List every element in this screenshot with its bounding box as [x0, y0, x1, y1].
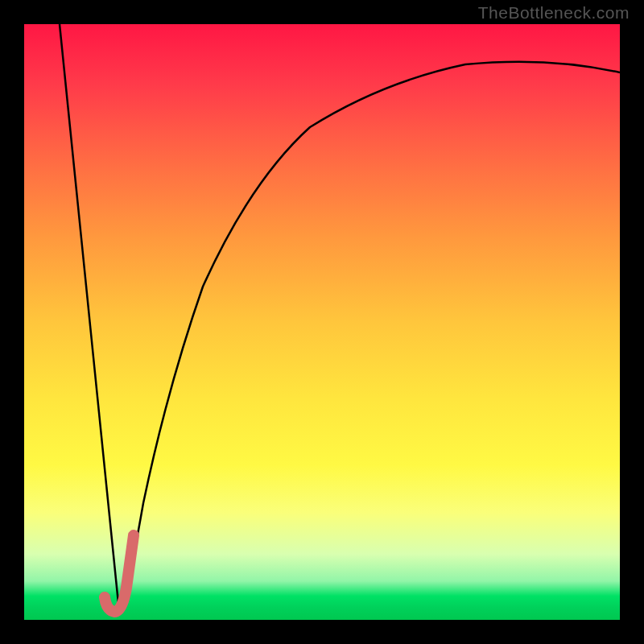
- curve-right-curve: [119, 62, 620, 611]
- chart-svg: [24, 24, 620, 620]
- chart-plot-area: [24, 24, 620, 620]
- watermark-text: TheBottleneck.com: [478, 3, 630, 23]
- j-marker: [105, 535, 134, 612]
- curve-left-line: [60, 24, 119, 611]
